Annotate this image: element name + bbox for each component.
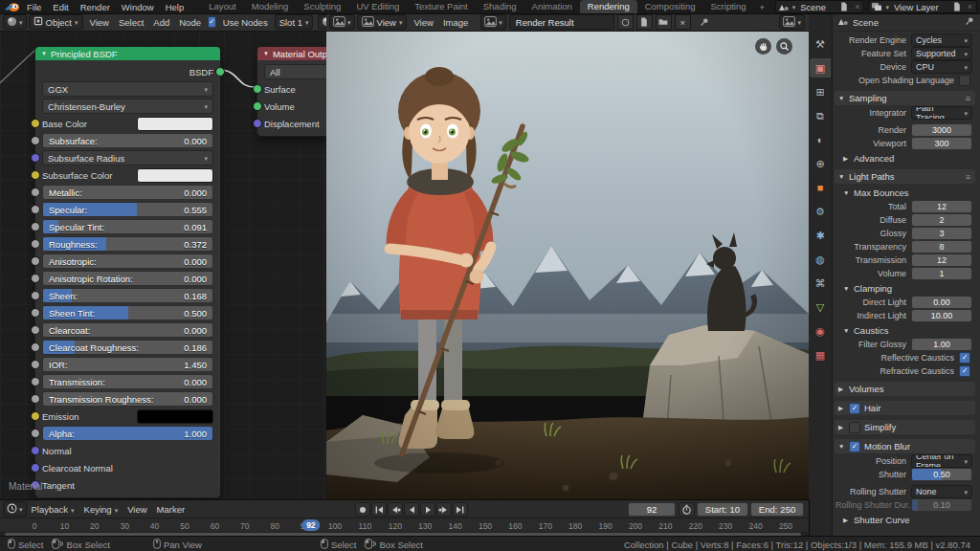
menu-add[interactable]: Add: [148, 17, 174, 28]
dropdown-christensen-burley[interactable]: Christensen-Burley▾: [42, 99, 213, 114]
menu-keying[interactable]: Keying▾: [79, 504, 123, 515]
shader-mode-dropdown[interactable]: Object ▾: [29, 14, 83, 30]
slider-clearcoat[interactable]: Clearcoat:0.000: [42, 322, 213, 338]
current-frame-field[interactable]: 92: [628, 502, 676, 517]
color-swatch-subsurface-color[interactable]: [137, 168, 213, 183]
dropdown-rolling-shutter[interactable]: None▾: [911, 485, 972, 498]
checkbox-reflective-caustics[interactable]: ✓: [959, 352, 970, 364]
properties-tab-world[interactable]: ⊕: [810, 154, 831, 173]
properties-tab-scene[interactable]: ◐: [810, 130, 831, 149]
gray-socket[interactable]: [31, 205, 40, 214]
expand-arrow-icon[interactable]: ▼: [838, 443, 845, 450]
collapsed-arrow-icon[interactable]: ▶: [843, 517, 850, 524]
unlink-scene-icon[interactable]: ×: [853, 2, 861, 11]
checkbox-open-shading-language[interactable]: [959, 75, 970, 86]
color-swatch-base-color[interactable]: [137, 117, 213, 131]
menu-edit[interactable]: Edit: [47, 2, 74, 12]
gray-socket[interactable]: [31, 308, 40, 318]
principled-node-header[interactable]: ▼ Principled BSDF: [35, 47, 220, 60]
node-canvas[interactable]: ▼ Principled BSDF BSDFGGX▾Christensen-Bu…: [0, 31, 326, 499]
menu-view[interactable]: View: [85, 17, 114, 28]
slider-sheen-tint[interactable]: Sheen Tint:0.500: [42, 305, 213, 320]
slider-anisotropic-rotation[interactable]: Anisotropic Rotation:0.000: [42, 271, 213, 286]
editor-type-button[interactable]: ▾: [329, 14, 355, 30]
remove-view-layer-icon[interactable]: ×: [966, 2, 974, 11]
blender-logo-icon[interactable]: [4, 1, 21, 12]
menu-node[interactable]: Node: [174, 17, 206, 28]
slider-specular[interactable]: Specular:0.555: [42, 202, 213, 217]
collapsed-arrow-icon[interactable]: ▶: [838, 424, 845, 431]
properties-tab-material[interactable]: ◉: [810, 321, 831, 341]
slider-shutter[interactable]: 0.50: [911, 468, 972, 481]
properties-tab-object-data[interactable]: ▽: [810, 298, 831, 317]
color-swatch-emission[interactable]: [137, 409, 213, 424]
material-output-node[interactable]: ▼ Material Output AllSurfaceVolumeDispla…: [256, 46, 326, 137]
collapsed-arrow-icon[interactable]: ▶: [838, 405, 845, 412]
properties-tab-render[interactable]: ▣: [810, 58, 831, 77]
gray-socket[interactable]: [31, 222, 40, 231]
slider-clearcoat-roughness[interactable]: Clearcoat Roughness:0.186: [42, 340, 213, 355]
menu-file[interactable]: File: [21, 2, 47, 12]
display-channels-button[interactable]: ▾: [779, 14, 805, 30]
preset-menu-icon[interactable]: ≡: [966, 94, 971, 103]
expand-arrow-icon[interactable]: ▼: [843, 327, 850, 334]
gray-socket[interactable]: [31, 394, 40, 404]
green-socket[interactable]: [215, 67, 225, 77]
value-field-diffuse[interactable]: 2: [911, 213, 972, 227]
subsection-caustics[interactable]: ▼Caustics: [843, 324, 975, 337]
gray-socket[interactable]: [31, 377, 40, 386]
new-scene-icon[interactable]: [838, 2, 850, 11]
new-image-icon[interactable]: [636, 14, 653, 30]
gray-socket[interactable]: [31, 274, 40, 283]
expand-arrow-icon[interactable]: ▼: [843, 189, 850, 196]
workspace-tab-compositing[interactable]: Compositing: [637, 0, 703, 13]
subsection-clamping[interactable]: ▼Clamping: [843, 282, 975, 295]
gray-socket[interactable]: [31, 256, 40, 266]
dropdown-ggx[interactable]: GGX▾: [42, 81, 213, 97]
collapsed-arrow-icon[interactable]: ▶: [838, 386, 845, 393]
gray-socket[interactable]: [31, 325, 40, 335]
value-field-direct-light[interactable]: 0.00: [911, 296, 972, 309]
use-nodes-checkbox[interactable]: ✓: [208, 16, 216, 28]
render-result-view[interactable]: [326, 31, 809, 499]
dropdown-render-engine[interactable]: Cycles▾: [911, 33, 972, 47]
properties-tab-physics[interactable]: ◍: [810, 250, 831, 269]
play-rev-button[interactable]: [404, 502, 419, 517]
section-motion-blur[interactable]: ▼✓Motion Blur: [835, 439, 975, 453]
yellow-socket[interactable]: [31, 411, 40, 421]
zoom-button[interactable]: [776, 38, 792, 55]
slider-ior[interactable]: IOR:1.450: [42, 357, 213, 372]
yellow-socket[interactable]: [31, 119, 40, 128]
slider-transmission[interactable]: Transmission:0.000: [42, 374, 213, 389]
unlink-image-icon[interactable]: ×: [675, 14, 691, 30]
editor-type-button[interactable]: ▾: [3, 501, 27, 517]
menu-render[interactable]: Render: [75, 2, 116, 12]
expand-arrow-icon[interactable]: ▼: [838, 173, 845, 180]
green-socket[interactable]: [253, 101, 262, 111]
frame-end-field[interactable]: End: 250: [750, 502, 804, 517]
slider-subsurface[interactable]: Subsurface:0.000: [42, 133, 213, 148]
gray-socket[interactable]: [31, 429, 40, 438]
workspace-tab-uv-editing[interactable]: UV Editing: [348, 0, 407, 13]
slot-dropdown[interactable]: Slot 1 ▾: [275, 14, 314, 30]
value-field-render[interactable]: 3000: [911, 123, 972, 137]
menu-window[interactable]: Window: [116, 2, 160, 12]
section-checkbox-hair[interactable]: ✓: [849, 403, 860, 414]
output-node-header[interactable]: ▼ Material Output: [257, 47, 326, 60]
value-field-viewport[interactable]: 300: [911, 137, 972, 150]
dropdown-target[interactable]: All: [264, 64, 326, 79]
record-button[interactable]: [355, 502, 370, 517]
slider-specular-tint[interactable]: Specular Tint:0.091: [42, 219, 213, 234]
purple-socket[interactable]: [253, 119, 262, 128]
menu-select[interactable]: Select: [114, 17, 148, 28]
properties-tab-active-tool[interactable]: ⚒: [810, 34, 831, 54]
subsection-advanced[interactable]: ▶Advanced: [843, 152, 975, 165]
expand-arrow-icon[interactable]: ▼: [843, 285, 850, 292]
preset-menu-icon[interactable]: ≡: [966, 172, 971, 182]
section-sampling[interactable]: ▼Sampling≡: [835, 91, 975, 105]
properties-tab-output[interactable]: ⊞: [810, 82, 831, 101]
value-field-transparency[interactable]: 8: [911, 240, 972, 253]
dropdown-feature-set[interactable]: Supported▾: [911, 47, 972, 60]
auto-keyframe-button[interactable]: [679, 502, 695, 517]
image-browse-button[interactable]: ▾: [480, 14, 506, 30]
